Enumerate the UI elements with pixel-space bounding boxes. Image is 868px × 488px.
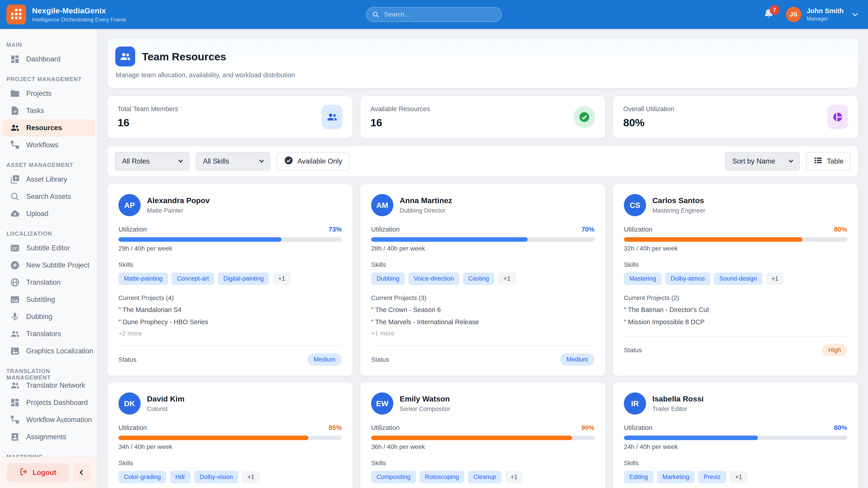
skill-chip: Concept-art [172, 272, 214, 285]
sidebar-item-dubbing[interactable]: Dubbing [0, 308, 97, 325]
member-name: David Kim [147, 394, 184, 403]
sidebar-item-translators[interactable]: Translators [0, 325, 97, 343]
project-line: " The Batman - Director's Cut [624, 306, 847, 314]
member-role: Trailer Editor [652, 405, 704, 413]
member-role: Colorist [147, 405, 184, 413]
sidebar-item-asset-library[interactable]: Asset Library [0, 171, 97, 188]
search-icon [372, 11, 379, 18]
sidebar-item-projects-dashboard[interactable]: Projects Dashboard [0, 394, 97, 411]
notification-badge: 7 [770, 5, 780, 15]
sidebar-item-subtitling[interactable]: Subtitling [0, 291, 97, 308]
projects-header: Current Projects (3) [371, 294, 594, 302]
check-circle-icon [574, 106, 595, 128]
member-card-emily-watson[interactable]: EW Emily Watson Senior Compositor Utiliz… [360, 383, 605, 488]
sidebar-item-workflow-automation[interactable]: Workflow Automation [0, 411, 97, 428]
search-input[interactable] [366, 7, 502, 22]
plus-circle-icon [10, 260, 20, 270]
user-name: John Smith [807, 7, 844, 15]
utilization-bar [371, 435, 594, 440]
skill-chip: Digital-painting [218, 272, 269, 285]
skill-chip: Editing [624, 471, 653, 483]
utilization-percent: 90% [581, 424, 594, 431]
sidebar-item-resources[interactable]: Resources [2, 119, 95, 136]
sidebar-item-tasks[interactable]: Tasks [0, 102, 97, 119]
collapse-sidebar-button[interactable] [73, 463, 91, 482]
chevron-down-icon [852, 11, 858, 16]
notifications-button[interactable]: 7 [763, 8, 776, 21]
skill-chip: Mastering [624, 272, 662, 285]
filter-bar: All Roles All Skills Available Only Sort… [107, 146, 858, 176]
table-view-button[interactable]: Table [806, 152, 851, 170]
roles-select[interactable]: All Roles [115, 152, 189, 170]
search [366, 7, 502, 22]
user-menu[interactable]: JS John Smith Manager [786, 7, 857, 22]
microphone-icon [10, 312, 20, 322]
stat-overall-utilization: Overall Utilization 80% [613, 96, 858, 138]
project-line: " Dune Prophecy - HBO Series [119, 318, 342, 326]
more-projects: +2 more [119, 330, 342, 337]
logout-icon [20, 467, 29, 478]
sidebar-item-dashboard[interactable]: Dashboard [0, 51, 97, 68]
status-badge: High [822, 344, 847, 356]
section-project-management: PROJECT MANAGEMENT [6, 76, 91, 83]
sidebar-item-upload[interactable]: Upload [0, 205, 97, 222]
stat-value: 16 [370, 116, 430, 129]
member-card-carlos-santos[interactable]: CS Carlos Santos Mastering Engineer Util… [613, 184, 858, 376]
table-icon [813, 156, 823, 167]
sidebar-item-projects[interactable]: Projects [0, 85, 97, 102]
section-main: MAIN [6, 41, 91, 48]
stat-value: 16 [118, 116, 178, 129]
member-grid: AP Alexandra Popov Matte Painter Utiliza… [107, 184, 858, 488]
member-card-david-kim[interactable]: DK David Kim Colorist Utilization85% 34h… [107, 383, 352, 488]
app-title: Nexgile-MediaGenix [32, 6, 126, 15]
skill-chip: Casting [463, 272, 495, 285]
skill-chip: Compositing [371, 471, 416, 483]
more-skills-chip: +1 [273, 272, 291, 285]
hours-label: 32h / 40h per week [624, 245, 847, 252]
svg-text:CC: CC [12, 246, 18, 250]
projects-header: Current Projects (4) [119, 294, 342, 302]
sidebar-item-translation[interactable]: Translation [0, 274, 97, 291]
available-only-toggle[interactable]: Available Only [277, 152, 349, 170]
skill-chip: Hdr [170, 471, 191, 483]
skill-chips: Matte-painting Concept-art Digital-paint… [119, 272, 342, 285]
page-header: Team Resources Manage team allocation, a… [107, 38, 858, 88]
logout-button[interactable]: Logout [7, 463, 69, 482]
team-resources-icon [115, 46, 135, 66]
app-logo[interactable] [6, 4, 26, 24]
dashboard-icon [10, 398, 20, 408]
sidebar-item-new-subtitle-project[interactable]: New Subtitle Project [0, 257, 97, 274]
assignment-icon [10, 432, 20, 442]
sort-select[interactable]: Sort by Name [725, 152, 800, 170]
video-library-icon [10, 174, 20, 184]
hours-label: 29h / 40h per week [119, 245, 342, 252]
skills-select[interactable]: All Skills [196, 152, 270, 170]
task-file-icon [10, 106, 20, 116]
member-card-isabella-rossi[interactable]: IR Isabella Rossi Trailer Editor Utiliza… [613, 383, 858, 488]
more-skills-chip: +1 [242, 471, 260, 483]
member-card-anna-martinez[interactable]: AM Anna Martinez Dubbing Director Utiliz… [360, 184, 605, 376]
member-card-alexandra-popov[interactable]: AP Alexandra Popov Matte Painter Utiliza… [107, 184, 352, 376]
sidebar-item-graphics-localization[interactable]: Graphics Localization [0, 343, 97, 360]
workflow-icon [10, 140, 20, 150]
section-translation-management: TRANSLATION MANAGEMENT [6, 368, 91, 375]
people-icon [322, 105, 342, 129]
sidebar-item-assignments[interactable]: Assignments [0, 428, 97, 446]
utilization-bar [624, 435, 847, 440]
more-skills-chip: +1 [766, 272, 784, 285]
sidebar-footer: Logout [0, 457, 97, 488]
member-role: Mastering Engineer [652, 207, 705, 214]
sidebar-item-subtitle-editor[interactable]: CC Subtitle Editor [0, 239, 97, 257]
skill-chip: Dolby-vision [194, 471, 238, 483]
project-line: " The Mandalorian S4 [119, 306, 342, 314]
member-name: Emily Watson [400, 394, 450, 403]
search-icon [10, 192, 20, 201]
skill-chip: Marketing [657, 471, 695, 483]
skill-chip: Matte-painting [119, 272, 168, 285]
utilization-percent: 80% [834, 226, 847, 233]
utilization-percent: 70% [581, 226, 594, 233]
stat-available-resources: Available Resources 16 [361, 96, 605, 138]
more-projects: +1 more [371, 330, 594, 337]
sidebar-item-workflows[interactable]: Workflows [0, 136, 97, 154]
sidebar-item-search-assets[interactable]: Search Assets [0, 188, 97, 205]
